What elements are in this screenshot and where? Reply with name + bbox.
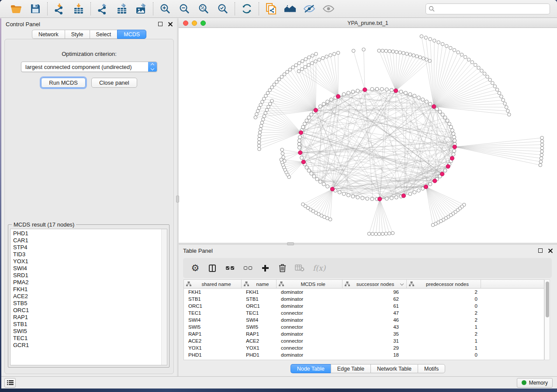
show-columns-icon[interactable]: [208, 263, 217, 273]
delete-table-icon[interactable]: [295, 263, 304, 273]
mcds-result-item[interactable]: YOX1: [13, 258, 167, 265]
mcds-result-item[interactable]: TEC1: [13, 335, 167, 342]
close-panel-icon[interactable]: [168, 22, 173, 27]
table-row[interactable]: PHD1PHD1dominator180: [184, 351, 544, 358]
table-cell: RAP1: [242, 330, 277, 337]
tab-select[interactable]: Select: [90, 30, 118, 39]
import-table-from-file-icon[interactable]: [73, 3, 85, 15]
float-panel-icon[interactable]: [158, 22, 163, 26]
mcds-result-item[interactable]: FKH1: [13, 286, 167, 293]
horizontal-split-grip[interactable]: [287, 242, 294, 245]
run-mcds-button[interactable]: Run MCDS: [41, 78, 86, 88]
table-row[interactable]: RAP1RAP1dominator352: [184, 330, 544, 337]
main-toolbar: [0, 0, 557, 18]
apply-preferred-layout-icon[interactable]: [241, 3, 253, 15]
select-all-columns-icon[interactable]: [225, 263, 235, 273]
open-file-icon[interactable]: [10, 3, 22, 15]
mcds-result-item[interactable]: ACE2: [13, 293, 167, 300]
show-all-icon[interactable]: [322, 3, 335, 15]
table-row[interactable]: SWI5SWI5connector431: [184, 323, 544, 330]
column-header-name[interactable]: name: [242, 280, 277, 288]
column-header-successor-nodes[interactable]: successor nodes: [343, 280, 407, 288]
network-window-title: YPA_prune.txt_1: [179, 20, 557, 26]
horizontal-split-divider[interactable]: [179, 243, 557, 245]
table-panel-header: Table Panel: [179, 245, 557, 256]
export-image-icon[interactable]: [135, 3, 147, 15]
mcds-result-item[interactable]: STB1: [13, 321, 167, 328]
zoom-fit-content-icon[interactable]: [197, 3, 210, 15]
export-table-icon[interactable]: [116, 3, 128, 15]
mcds-result-item[interactable]: CAR1: [13, 237, 167, 244]
network-window-titlebar[interactable]: YPA_prune.txt_1: [179, 18, 557, 28]
node-table[interactable]: shared namenameMCDS rolesuccessor nodesp…: [183, 279, 544, 360]
table-row[interactable]: YOX1YOX1connector291: [184, 344, 544, 351]
vertical-split-grip[interactable]: [176, 196, 179, 203]
attribute-icon: [244, 282, 249, 286]
mcds-result-item[interactable]: TID3: [13, 251, 167, 258]
delete-columns-trash-icon[interactable]: [278, 263, 287, 273]
mcds-result-group: MCDS result (17 nodes) PHD1CAR1STP4TID3Y…: [8, 224, 170, 368]
file-group: [4, 3, 47, 15]
import-network-from-file-icon[interactable]: [53, 3, 66, 15]
mcds-result-item[interactable]: STP4: [13, 244, 167, 251]
zoom-out-icon[interactable]: [178, 3, 190, 15]
export-network-icon[interactable]: [97, 3, 109, 15]
first-neighbors-icon[interactable]: [284, 3, 296, 15]
mcds-result-item[interactable]: RAP1: [13, 314, 167, 321]
table-cell: SWI5: [184, 323, 242, 330]
clone-network-icon[interactable]: [265, 3, 277, 15]
mcds-result-item[interactable]: STB5: [13, 300, 167, 307]
tab-style[interactable]: Style: [65, 30, 90, 39]
zoom-selected-icon[interactable]: [217, 3, 229, 15]
mcds-result-item[interactable]: ORC1: [13, 307, 167, 314]
mcds-result-item[interactable]: SRD1: [13, 272, 167, 279]
table-row[interactable]: FKH1FKH1dominator962: [184, 289, 544, 296]
tab-motifs[interactable]: Motifs: [418, 364, 445, 373]
table-vertical-scrollbar[interactable]: [544, 279, 550, 360]
tab-network-table[interactable]: Network Table: [370, 364, 418, 373]
column-header-shared-name[interactable]: shared name: [184, 280, 242, 288]
table-options-gear-icon[interactable]: ⚙: [191, 263, 200, 273]
create-column-plus-icon[interactable]: [261, 263, 270, 273]
tab-network[interactable]: Network: [32, 30, 65, 39]
mcds-result-item[interactable]: PHD1: [13, 230, 167, 237]
tab-node-table[interactable]: Node Table: [291, 364, 331, 373]
optimization-criterion-dropdown[interactable]: largest connected component (undirected): [21, 62, 157, 72]
table-cell: connector: [277, 323, 343, 330]
column-header-predecessor-nodes[interactable]: predecessor nodes: [407, 280, 481, 288]
table-row[interactable]: TEC1TEC1connector472: [184, 309, 544, 316]
float-panel-icon[interactable]: [538, 248, 543, 253]
mcds-result-item[interactable]: SWI5: [13, 328, 167, 335]
memory-button[interactable]: Memory: [517, 378, 553, 388]
close-panel-icon[interactable]: [548, 248, 553, 253]
column-header-MCDS-role[interactable]: MCDS role: [277, 280, 343, 288]
show-panel-list-button[interactable]: [4, 378, 16, 388]
table-row[interactable]: STB1STB1dominator620: [184, 296, 544, 303]
table-cell: PHD1: [242, 351, 277, 358]
close-panel-button[interactable]: Close panel: [91, 78, 137, 88]
network-graph[interactable]: [179, 28, 557, 242]
sort-dropdown-icon[interactable]: [400, 282, 404, 285]
mcds-list-scrollbar[interactable]: [161, 229, 167, 365]
table-row[interactable]: SWI4SWI4dominator462: [184, 316, 544, 323]
attribute-icon: [409, 282, 414, 286]
tab-edge-table[interactable]: Edge Table: [331, 364, 370, 373]
table-cell: 0: [407, 303, 481, 309]
table-row[interactable]: ACE2ACE2connector311: [184, 337, 544, 344]
tab-mcds[interactable]: MCDS: [117, 30, 146, 39]
deselect-all-columns-icon[interactable]: [243, 263, 253, 273]
table-scrollbar-thumb[interactable]: [546, 282, 549, 317]
save-session-icon[interactable]: [29, 3, 42, 15]
network-canvas[interactable]: [179, 28, 557, 242]
mcds-result-item[interactable]: SWI4: [13, 265, 167, 272]
zoom-in-icon[interactable]: [159, 3, 171, 15]
mcds-result-listbox[interactable]: PHD1CAR1STP4TID3YOX1SWI4SRD1PMA2FKH1ACE2…: [10, 229, 167, 365]
mcds-result-item[interactable]: PMA2: [13, 279, 167, 286]
search-field-wrap: [426, 3, 550, 14]
mcds-result-item[interactable]: GCR1: [13, 342, 167, 349]
search-input[interactable]: [426, 3, 550, 14]
table-row[interactable]: ORC1ORC1dominator610: [184, 303, 544, 309]
vertical-split-divider[interactable]: [177, 18, 179, 376]
function-builder-icon[interactable]: f(x): [313, 263, 325, 273]
hide-selected-icon[interactable]: [303, 3, 315, 15]
